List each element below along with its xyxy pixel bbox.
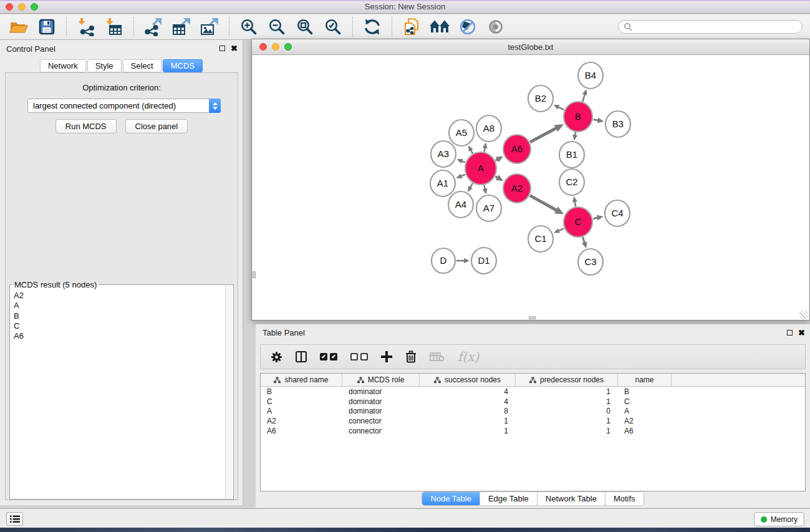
edge-B-B4[interactable]: [582, 89, 587, 102]
zoom-fit-button[interactable]: [292, 16, 317, 38]
node-A[interactable]: A: [465, 152, 496, 185]
edge-C-C3[interactable]: [582, 237, 587, 248]
close-window-button[interactable]: [6, 3, 13, 11]
edge-C-C2[interactable]: [572, 196, 577, 207]
node-B1[interactable]: B1: [559, 142, 584, 168]
hide-annotations-button[interactable]: [455, 16, 480, 38]
horizontal-scroll-thumb[interactable]: [529, 316, 536, 319]
close-panel-icon[interactable]: ✖: [231, 45, 238, 52]
home-button[interactable]: [427, 16, 452, 38]
node-A1[interactable]: A1: [430, 170, 455, 196]
zoom-out-button[interactable]: [264, 16, 289, 38]
table-row[interactable]: Adominator80A: [261, 406, 805, 416]
node-D[interactable]: D: [432, 248, 455, 273]
import-table-button[interactable]: [102, 16, 127, 38]
node-C2[interactable]: C2: [559, 169, 584, 195]
edge-A-A2[interactable]: [496, 175, 504, 181]
node-A6[interactable]: A6: [503, 135, 531, 163]
save-session-button[interactable]: [34, 16, 59, 38]
column-header-shared-name[interactable]: shared name: [261, 374, 342, 386]
close-panel-button[interactable]: Close panel: [125, 119, 188, 133]
edge-A-A3[interactable]: [457, 159, 465, 164]
edge-C-C4[interactable]: [593, 215, 603, 221]
edge-A2-C[interactable]: [530, 196, 564, 215]
column-header-name[interactable]: name: [618, 374, 672, 386]
edge-A-A4[interactable]: [468, 183, 473, 192]
show-columns-button[interactable]: [296, 351, 307, 362]
tab-node-table[interactable]: Node Table: [422, 492, 480, 505]
column-header-mcds-role[interactable]: MCDS role: [342, 374, 420, 386]
table-row[interactable]: Bdominator41B: [261, 387, 805, 397]
open-session-button[interactable]: [6, 16, 31, 38]
node-B2[interactable]: B2: [528, 85, 553, 112]
node-A7[interactable]: A7: [476, 195, 501, 221]
run-mcds-button[interactable]: Run MCDS: [55, 119, 117, 133]
result-item[interactable]: A2: [11, 291, 224, 301]
add-column-button[interactable]: [381, 351, 392, 362]
delete-column-button[interactable]: [405, 351, 417, 363]
edge-C-C1[interactable]: [554, 228, 564, 233]
network-canvas[interactable]: B4B2BB3A5A8A6B1A3AC2A1A2A4A7C4CC1DD1C3: [253, 56, 809, 319]
tab-network-table[interactable]: Network Table: [538, 492, 605, 505]
result-item[interactable]: A: [11, 301, 224, 311]
table-row[interactable]: A2connector11A2: [261, 416, 805, 426]
result-scrollbar[interactable]: [225, 286, 233, 498]
node-B[interactable]: B: [564, 102, 592, 132]
network-window-titlebar[interactable]: testGlobe.txt: [252, 39, 809, 55]
node-C3[interactable]: C3: [578, 249, 603, 275]
tab-edge-table[interactable]: Edge Table: [480, 492, 538, 505]
minimize-window-button[interactable]: [18, 3, 26, 11]
deselect-all-button[interactable]: [350, 353, 368, 360]
network-close-button[interactable]: [259, 43, 267, 51]
edge-A6-B[interactable]: [530, 124, 564, 142]
copy-network-button[interactable]: [399, 16, 424, 38]
node-D1[interactable]: D1: [471, 248, 496, 274]
edge-B-B3[interactable]: [594, 118, 604, 123]
node-B4[interactable]: B4: [578, 62, 603, 89]
search-input[interactable]: [635, 22, 797, 31]
edge-A-A7[interactable]: [483, 185, 488, 195]
tab-style[interactable]: Style: [87, 59, 122, 72]
criterion-select[interactable]: largest connected component (directed): [27, 99, 221, 113]
refresh-button[interactable]: [360, 16, 385, 38]
node-B3[interactable]: B3: [605, 111, 630, 137]
node-A3[interactable]: A3: [431, 141, 456, 167]
node-C[interactable]: C: [564, 207, 592, 237]
result-item[interactable]: A6: [11, 331, 224, 341]
memory-button[interactable]: Memory: [754, 512, 804, 526]
task-history-button[interactable]: [6, 512, 23, 526]
edge-A-A1[interactable]: [456, 174, 465, 179]
node-A8[interactable]: A8: [476, 115, 501, 142]
zoom-window-button[interactable]: [31, 3, 38, 11]
edge-B-B1[interactable]: [572, 132, 577, 141]
export-table-button[interactable]: [169, 16, 194, 38]
close-table-panel-icon[interactable]: ✖: [798, 329, 805, 336]
import-network-button[interactable]: [74, 16, 99, 38]
edge-A-A8[interactable]: [483, 143, 488, 152]
zoom-selected-button[interactable]: [321, 16, 345, 38]
export-network-button[interactable]: [141, 16, 166, 38]
float-table-panel-icon[interactable]: [787, 330, 793, 336]
table-settings-button[interactable]: [271, 351, 282, 363]
table-row[interactable]: A6connector11A6: [261, 426, 805, 436]
edge-A-A5[interactable]: [468, 145, 473, 153]
table-row[interactable]: Cdominator41C: [261, 397, 805, 407]
edge-D-D1[interactable]: [456, 258, 470, 263]
resize-grip[interactable]: [799, 310, 808, 319]
zoom-in-button[interactable]: [236, 16, 261, 38]
tab-motifs[interactable]: Motifs: [605, 492, 644, 505]
network-minimize-button[interactable]: [272, 43, 279, 51]
result-item[interactable]: B: [11, 311, 224, 321]
node-A5[interactable]: A5: [449, 120, 474, 146]
edge-B-B2[interactable]: [554, 105, 564, 110]
result-item[interactable]: C: [11, 321, 224, 331]
edge-A-A6[interactable]: [496, 157, 503, 162]
node-C1[interactable]: C1: [528, 226, 553, 252]
export-image-button[interactable]: [197, 16, 222, 38]
network-zoom-button[interactable]: [284, 43, 292, 51]
node-C4[interactable]: C4: [605, 200, 630, 226]
tab-select[interactable]: Select: [123, 59, 162, 72]
node-A4[interactable]: A4: [448, 191, 473, 218]
show-details-button[interactable]: [483, 16, 508, 38]
column-header-predecessor-nodes[interactable]: predecessor nodes: [516, 374, 618, 386]
